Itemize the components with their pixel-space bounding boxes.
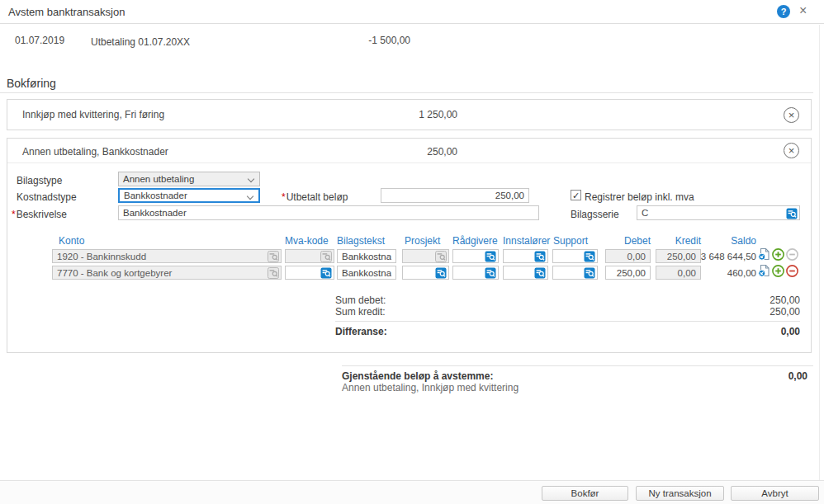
lookup-icon[interactable] xyxy=(584,251,595,263)
required-marker: * xyxy=(282,191,286,203)
section-divider xyxy=(0,92,813,93)
help-icon[interactable]: ? xyxy=(777,5,790,18)
konto-input[interactable]: 1920 - Bankinnskudd xyxy=(52,249,282,263)
ledger-icon[interactable] xyxy=(758,264,770,277)
transaction-amount: -1 500,00 xyxy=(314,35,410,46)
bilagstekst-input[interactable] xyxy=(337,249,396,263)
debet-value: 250,00 xyxy=(617,268,646,278)
konto-input[interactable]: 7770 - Bank og kortgebyrer xyxy=(52,266,282,280)
remove-entry-icon[interactable]: × xyxy=(784,107,799,123)
entry-amount: 1 250,00 xyxy=(354,109,457,120)
beskrivelse-label-text: Beskrivelse xyxy=(17,209,67,220)
lookup-icon xyxy=(435,251,447,263)
mva-checkbox[interactable]: ✓ xyxy=(571,190,581,200)
lookup-icon[interactable] xyxy=(435,267,447,280)
entry-panel-2: Annen utbetaling, Bankkostnader 250,00 ×… xyxy=(7,138,812,353)
dialog-titlebar: Avstem banktransaksjon ? × xyxy=(0,0,824,24)
remaining-detail: Annen utbetaling, Innkjøp med kvittering xyxy=(342,382,519,393)
dialog-footer: Bokfør Ny transaksjon Avbryt xyxy=(0,480,824,504)
col-header-innstalorer: Innstalører xyxy=(503,235,550,247)
bilagsserie-input[interactable]: C xyxy=(637,205,800,220)
prosjekt-input[interactable] xyxy=(402,266,449,280)
saldo-value: 3 648 644,50 xyxy=(694,252,756,261)
entry-title: Annen utbetaling, Bankkostnader xyxy=(22,146,168,158)
saldo-value: 460,00 xyxy=(694,268,756,278)
col-header-saldo: Saldo xyxy=(694,235,756,247)
support-input[interactable] xyxy=(552,249,598,263)
kostnadstype-select[interactable]: Bankkostnader xyxy=(118,188,260,203)
col-header-konto: Konto xyxy=(59,235,84,247)
kredit-value: 0,00 xyxy=(678,268,696,278)
entry-panel-header: Annen utbetaling, Bankkostnader 250,00 × xyxy=(7,139,811,163)
transaction-date: 01.07.2019 xyxy=(15,35,64,46)
debet-input[interactable]: 250,00 xyxy=(605,266,651,280)
mva-kode-input[interactable] xyxy=(285,266,334,280)
reconcile-dialog: Avstem banktransaksjon ? × 01.07.2019 Ut… xyxy=(0,0,824,504)
remaining-divider xyxy=(342,365,813,366)
col-header-mva: Mva-kode xyxy=(285,235,329,247)
lookup-icon[interactable] xyxy=(485,251,496,263)
bilagstype-label: Bilagstype xyxy=(17,175,62,186)
entry-panel-1: Innkjøp med kvittering, Fri føring 1 250… xyxy=(7,99,812,130)
konto-value: 7770 - Bank og kortgebyrer xyxy=(57,268,172,278)
totals-divider xyxy=(335,321,800,322)
kostnadstype-value: Bankkostnader xyxy=(124,191,187,200)
sum-kredit-label: Sum kredit: xyxy=(335,306,386,318)
lookup-icon[interactable] xyxy=(584,267,595,280)
chevron-down-icon xyxy=(248,176,254,182)
utbetalt-belop-input[interactable] xyxy=(381,188,529,203)
col-header-kredit: Kredit xyxy=(649,235,701,247)
radgivere-input[interactable] xyxy=(452,249,499,263)
bilagstype-value: Annen utbetaling xyxy=(123,174,194,184)
bokfor-button[interactable]: Bokfør xyxy=(542,486,628,501)
chevron-down-icon xyxy=(247,193,253,200)
lookup-icon[interactable] xyxy=(485,267,496,280)
bilagsserie-value: C xyxy=(642,208,648,218)
remaining-value: 0,00 xyxy=(727,370,807,382)
kredit-value: 250,00 xyxy=(667,252,696,261)
col-header-radgivere: Rådgivere xyxy=(452,235,498,247)
ny-transaksjon-button[interactable]: Ny transaksjon xyxy=(636,486,724,501)
beskrivelse-label: *Beskrivelse xyxy=(12,209,67,220)
close-icon[interactable]: × xyxy=(799,3,807,18)
sum-kredit-value: 250,00 xyxy=(717,306,800,318)
kostnadstype-label: Kostnadstype xyxy=(17,191,77,203)
remove-entry-icon[interactable]: × xyxy=(784,143,799,158)
lookup-icon xyxy=(268,267,279,280)
mva-kode-input[interactable] xyxy=(285,249,334,263)
konto-value: 1920 - Bankinnskudd xyxy=(57,252,146,261)
add-row-icon[interactable] xyxy=(772,265,784,277)
bilagstekst-input[interactable] xyxy=(337,266,396,280)
radgivere-input[interactable] xyxy=(452,266,499,280)
bilagsserie-label: Bilagsserie xyxy=(571,209,619,220)
add-row-icon[interactable] xyxy=(772,248,784,261)
debet-input[interactable]: 0,00 xyxy=(605,249,651,263)
lookup-icon[interactable] xyxy=(320,267,332,280)
col-header-debet: Debet xyxy=(599,235,651,247)
sum-debet-label: Sum debet: xyxy=(335,294,386,306)
bilagstype-select[interactable]: Annen utbetaling xyxy=(118,172,260,186)
ledger-icon[interactable] xyxy=(758,247,770,261)
entry-amount: 250,00 xyxy=(354,146,457,158)
remove-row-icon[interactable] xyxy=(786,265,798,277)
beskrivelse-input[interactable] xyxy=(118,205,539,220)
differanse-label: Differanse: xyxy=(335,326,387,337)
lookup-icon[interactable] xyxy=(534,251,546,263)
dialog-title: Avstem banktransaksjon xyxy=(8,6,125,18)
required-marker: * xyxy=(12,209,16,220)
lookup-icon xyxy=(268,251,279,263)
mva-checkbox-label: Registrer beløp inkl. mva xyxy=(585,191,694,203)
innstalorer-input[interactable] xyxy=(503,266,548,280)
prosjekt-input[interactable] xyxy=(402,249,449,263)
col-header-support: Support xyxy=(553,235,588,247)
sum-debet-value: 250,00 xyxy=(717,294,800,306)
lookup-icon xyxy=(320,251,332,263)
innstalorer-input[interactable] xyxy=(503,249,548,263)
avbryt-button[interactable]: Avbryt xyxy=(731,486,819,501)
remove-row-icon xyxy=(786,248,798,261)
transaction-description: Utbetaling 01.07.20XX xyxy=(91,36,190,48)
lookup-icon[interactable] xyxy=(786,208,798,220)
lookup-icon[interactable] xyxy=(534,267,546,280)
support-input[interactable] xyxy=(552,266,598,280)
col-header-prosjekt: Prosjekt xyxy=(405,235,440,247)
